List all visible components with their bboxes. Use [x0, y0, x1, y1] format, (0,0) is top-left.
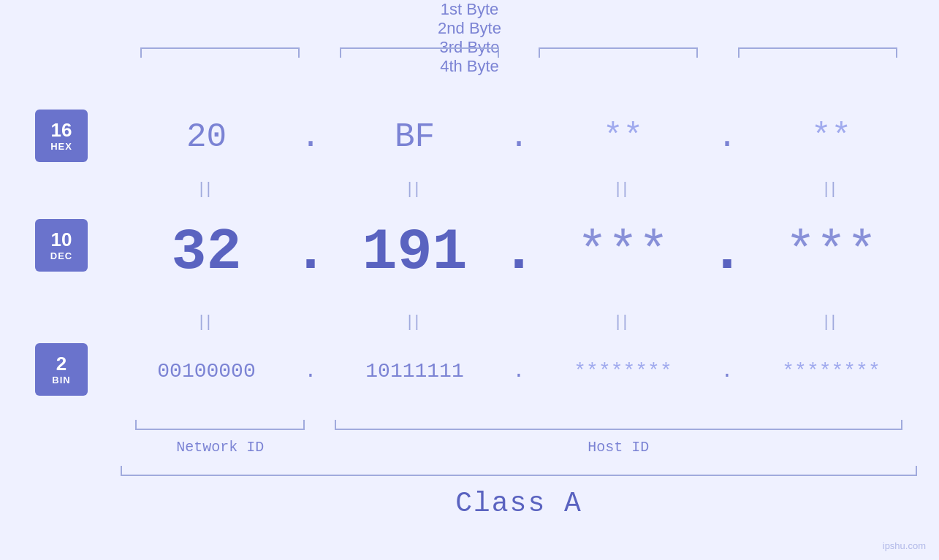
- dec-dot3: .: [709, 219, 745, 285]
- network-id-label: Network ID: [121, 439, 320, 456]
- dec-b4: ***: [745, 223, 917, 281]
- hex-b1: 20: [121, 118, 292, 156]
- dec-dot1: .: [292, 219, 329, 285]
- byte1-header: 1st Byte: [0, 0, 939, 19]
- watermark: ipshu.com: [883, 540, 926, 551]
- tb4: [718, 47, 918, 62]
- sep1-b4: ||: [745, 179, 917, 198]
- bottom-brackets-section: Network ID Host ID Class A: [121, 420, 917, 519]
- byte-headers: 1st Byte 2nd Byte 3rd Byte 4th Byte: [0, 0, 939, 76]
- hex-badge-label: HEX: [50, 141, 72, 152]
- bin-dot2: .: [501, 360, 537, 383]
- bin-b3: ********: [537, 360, 709, 383]
- outer-bracket: [121, 466, 917, 476]
- sep2-b4: ||: [745, 312, 917, 331]
- hex-badge: 16 HEX: [35, 110, 88, 162]
- sep2-b2: ||: [329, 312, 501, 331]
- bin-dot1: .: [292, 360, 329, 383]
- hex-b2: BF: [329, 118, 501, 156]
- host-bracket: [335, 420, 902, 430]
- hex-row: 20 . BF . ** . **: [121, 108, 917, 166]
- tb2: [320, 47, 520, 62]
- dec-row: 32 . 191 . *** . ***: [121, 208, 917, 296]
- host-id-label: Host ID: [320, 439, 918, 456]
- bin-b4: ********: [745, 360, 917, 383]
- network-bracket: [135, 420, 305, 430]
- bin-dot3: .: [709, 360, 745, 383]
- bin-badge: 2 BIN: [35, 343, 88, 396]
- tb1: [121, 47, 320, 62]
- bin-row: 00100000 . 10111111 . ******** . *******…: [121, 342, 917, 400]
- separator-row-2: || || || ||: [121, 307, 917, 336]
- hex-dot2: .: [501, 118, 537, 156]
- inner-brackets: [121, 420, 917, 433]
- sep2-b3: ||: [537, 312, 709, 331]
- dec-b2: 191: [329, 219, 501, 285]
- dec-b1: 32: [121, 219, 292, 285]
- bin-badge-label: BIN: [52, 375, 70, 386]
- sep1-b1: ||: [121, 179, 292, 198]
- host-bracket-wrap: [320, 420, 918, 433]
- tb3: [519, 47, 718, 62]
- bin-badge-number: 2: [56, 353, 66, 375]
- class-label: Class A: [121, 488, 917, 519]
- dec-dot2: .: [501, 219, 537, 285]
- hex-dot1: .: [292, 118, 329, 156]
- id-labels: Network ID Host ID: [121, 439, 917, 456]
- hex-b3: **: [537, 118, 709, 156]
- dec-badge-number: 10: [51, 229, 72, 250]
- bin-b1: 00100000: [121, 360, 292, 383]
- dec-badge: 10 DEC: [35, 219, 88, 272]
- bin-b2: 10111111: [329, 360, 501, 383]
- hex-dot3: .: [709, 118, 745, 156]
- hex-b4: **: [745, 118, 917, 156]
- sep2-b1: ||: [121, 312, 292, 331]
- byte2-header: 2nd Byte: [0, 19, 939, 38]
- network-bracket-wrap: [121, 420, 320, 433]
- separator-row-1: || || || ||: [121, 174, 917, 203]
- hex-badge-number: 16: [51, 120, 72, 141]
- top-brackets: [121, 47, 917, 62]
- dec-b3: ***: [537, 223, 709, 281]
- sep1-b3: ||: [537, 179, 709, 198]
- dec-badge-label: DEC: [50, 250, 72, 261]
- sep1-b2: ||: [329, 179, 501, 198]
